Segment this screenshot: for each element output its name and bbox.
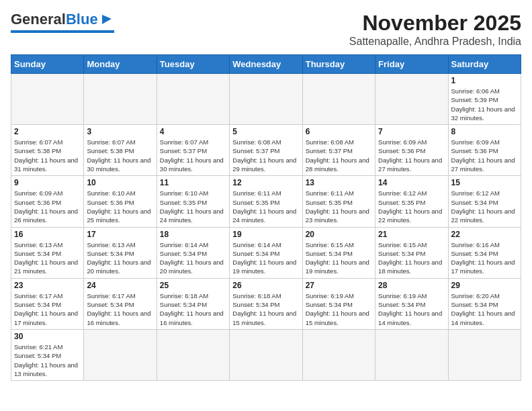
- day-info: Sunrise: 6:15 AMSunset: 5:34 PMDaylight:…: [306, 240, 372, 276]
- day-info: Sunrise: 6:13 AMSunset: 5:34 PMDaylight:…: [87, 240, 153, 276]
- day-number: 25: [160, 281, 226, 290]
- day-info: Sunrise: 6:15 AMSunset: 5:34 PMDaylight:…: [378, 240, 445, 276]
- day-info: Sunrise: 6:10 AMSunset: 5:35 PMDaylight:…: [160, 189, 226, 224]
- calendar-cell: 20Sunrise: 6:15 AMSunset: 5:34 PMDayligh…: [302, 227, 375, 278]
- logo: General Blue: [11, 11, 114, 33]
- calendar-cell: [230, 74, 302, 125]
- title-block: November 2025 Sattenapalle, Andhra Prade…: [349, 11, 521, 48]
- calendar-cell: [375, 74, 448, 125]
- day-info: Sunrise: 6:07 AMSunset: 5:38 PMDaylight:…: [14, 138, 81, 173]
- calendar-week-3: 9Sunrise: 6:09 AMSunset: 5:36 PMDaylight…: [11, 176, 521, 227]
- calendar-cell: 18Sunrise: 6:14 AMSunset: 5:34 PMDayligh…: [157, 227, 229, 278]
- day-number: 30: [14, 332, 81, 341]
- day-info: Sunrise: 6:06 AMSunset: 5:39 PMDaylight:…: [451, 87, 518, 122]
- day-info: Sunrise: 6:10 AMSunset: 5:36 PMDaylight:…: [87, 189, 153, 224]
- day-number: 3: [87, 127, 153, 136]
- calendar-cell: 26Sunrise: 6:18 AMSunset: 5:34 PMDayligh…: [230, 278, 302, 329]
- weekday-header-thursday: Thursday: [302, 55, 375, 74]
- day-info: Sunrise: 6:08 AMSunset: 5:37 PMDaylight:…: [306, 138, 372, 173]
- calendar-cell: 9Sunrise: 6:09 AMSunset: 5:36 PMDaylight…: [11, 176, 84, 227]
- calendar-cell: [11, 74, 84, 125]
- calendar-cell: 25Sunrise: 6:18 AMSunset: 5:34 PMDayligh…: [157, 278, 229, 329]
- calendar-cell: [302, 74, 375, 125]
- weekday-header-monday: Monday: [84, 55, 157, 74]
- calendar-week-2: 2Sunrise: 6:07 AMSunset: 5:38 PMDaylight…: [11, 125, 521, 176]
- day-info: Sunrise: 6:11 AMSunset: 5:35 PMDaylight:…: [232, 189, 299, 224]
- logo-blue-bar: [11, 30, 114, 33]
- day-number: 7: [378, 127, 445, 136]
- calendar-cell: 6Sunrise: 6:08 AMSunset: 5:37 PMDaylight…: [302, 125, 375, 176]
- day-number: 17: [87, 230, 153, 239]
- calendar-cell: 24Sunrise: 6:17 AMSunset: 5:34 PMDayligh…: [84, 278, 157, 329]
- day-number: 15: [451, 178, 518, 187]
- day-info: Sunrise: 6:12 AMSunset: 5:35 PMDaylight:…: [378, 189, 445, 224]
- day-number: 12: [232, 178, 299, 187]
- calendar-cell: 21Sunrise: 6:15 AMSunset: 5:34 PMDayligh…: [375, 227, 448, 278]
- day-number: 14: [378, 178, 445, 187]
- day-number: 24: [87, 281, 153, 290]
- day-number: 26: [232, 281, 299, 290]
- day-number: 27: [306, 281, 372, 290]
- day-info: Sunrise: 6:09 AMSunset: 5:36 PMDaylight:…: [378, 138, 445, 173]
- day-info: Sunrise: 6:07 AMSunset: 5:37 PMDaylight:…: [160, 138, 226, 173]
- day-number: 1: [451, 76, 518, 85]
- day-number: 23: [14, 281, 81, 290]
- day-info: Sunrise: 6:17 AMSunset: 5:34 PMDaylight:…: [87, 291, 153, 327]
- logo-icon: General Blue: [11, 11, 114, 28]
- day-number: 9: [14, 178, 81, 187]
- day-info: Sunrise: 6:17 AMSunset: 5:34 PMDaylight:…: [14, 291, 81, 327]
- weekday-header-row: SundayMondayTuesdayWednesdayThursdayFrid…: [11, 55, 521, 74]
- calendar-cell: [302, 329, 375, 380]
- calendar-cell: 5Sunrise: 6:08 AMSunset: 5:37 PMDaylight…: [230, 125, 302, 176]
- calendar-week-6: 30Sunrise: 6:21 AMSunset: 5:34 PMDayligh…: [11, 329, 521, 380]
- calendar-cell: [375, 329, 448, 380]
- calendar-cell: [157, 329, 229, 380]
- day-number: 18: [160, 230, 226, 239]
- calendar-cell: 8Sunrise: 6:09 AMSunset: 5:36 PMDaylight…: [448, 125, 521, 176]
- day-number: 22: [451, 230, 518, 239]
- page-header: General Blue November 2025 Sattenapalle,…: [11, 11, 521, 48]
- day-info: Sunrise: 6:09 AMSunset: 5:36 PMDaylight:…: [14, 189, 81, 224]
- calendar-cell: [230, 329, 302, 380]
- calendar-cell: 16Sunrise: 6:13 AMSunset: 5:34 PMDayligh…: [11, 227, 84, 278]
- day-number: 19: [232, 230, 299, 239]
- logo-blue: Blue: [66, 11, 114, 28]
- calendar-cell: 30Sunrise: 6:21 AMSunset: 5:34 PMDayligh…: [11, 329, 84, 380]
- weekday-header-saturday: Saturday: [448, 55, 521, 74]
- calendar-cell: 11Sunrise: 6:10 AMSunset: 5:35 PMDayligh…: [157, 176, 229, 227]
- logo-triangle-icon: [99, 12, 114, 27]
- calendar-cell: 14Sunrise: 6:12 AMSunset: 5:35 PMDayligh…: [375, 176, 448, 227]
- calendar-cell: 4Sunrise: 6:07 AMSunset: 5:37 PMDaylight…: [157, 125, 229, 176]
- calendar-cell: 10Sunrise: 6:10 AMSunset: 5:36 PMDayligh…: [84, 176, 157, 227]
- calendar-cell: 17Sunrise: 6:13 AMSunset: 5:34 PMDayligh…: [84, 227, 157, 278]
- calendar-cell: [84, 329, 157, 380]
- day-number: 29: [451, 281, 518, 290]
- day-number: 16: [14, 230, 81, 239]
- day-number: 6: [306, 127, 372, 136]
- calendar-week-4: 16Sunrise: 6:13 AMSunset: 5:34 PMDayligh…: [11, 227, 521, 278]
- month-title: November 2025: [349, 11, 521, 36]
- day-info: Sunrise: 6:12 AMSunset: 5:34 PMDaylight:…: [451, 189, 518, 224]
- day-info: Sunrise: 6:08 AMSunset: 5:37 PMDaylight:…: [232, 138, 299, 173]
- day-info: Sunrise: 6:18 AMSunset: 5:34 PMDaylight:…: [232, 291, 299, 327]
- weekday-header-friday: Friday: [375, 55, 448, 74]
- calendar-cell: 13Sunrise: 6:11 AMSunset: 5:35 PMDayligh…: [302, 176, 375, 227]
- calendar-cell: 28Sunrise: 6:19 AMSunset: 5:34 PMDayligh…: [375, 278, 448, 329]
- day-number: 20: [306, 230, 372, 239]
- day-number: 13: [306, 178, 372, 187]
- day-number: 2: [14, 127, 81, 136]
- day-info: Sunrise: 6:14 AMSunset: 5:34 PMDaylight:…: [232, 240, 299, 276]
- day-number: 10: [87, 178, 153, 187]
- day-info: Sunrise: 6:20 AMSunset: 5:34 PMDaylight:…: [451, 291, 518, 327]
- weekday-header-wednesday: Wednesday: [230, 55, 302, 74]
- weekday-header-tuesday: Tuesday: [157, 55, 229, 74]
- calendar-cell: 29Sunrise: 6:20 AMSunset: 5:34 PMDayligh…: [448, 278, 521, 329]
- calendar-cell: 19Sunrise: 6:14 AMSunset: 5:34 PMDayligh…: [230, 227, 302, 278]
- calendar-cell: 2Sunrise: 6:07 AMSunset: 5:38 PMDaylight…: [11, 125, 84, 176]
- day-number: 5: [232, 127, 299, 136]
- day-info: Sunrise: 6:14 AMSunset: 5:34 PMDaylight:…: [160, 240, 226, 276]
- day-info: Sunrise: 6:18 AMSunset: 5:34 PMDaylight:…: [160, 291, 226, 327]
- day-info: Sunrise: 6:19 AMSunset: 5:34 PMDaylight:…: [378, 291, 445, 327]
- calendar-cell: 7Sunrise: 6:09 AMSunset: 5:36 PMDaylight…: [375, 125, 448, 176]
- day-info: Sunrise: 6:16 AMSunset: 5:34 PMDaylight:…: [451, 240, 518, 276]
